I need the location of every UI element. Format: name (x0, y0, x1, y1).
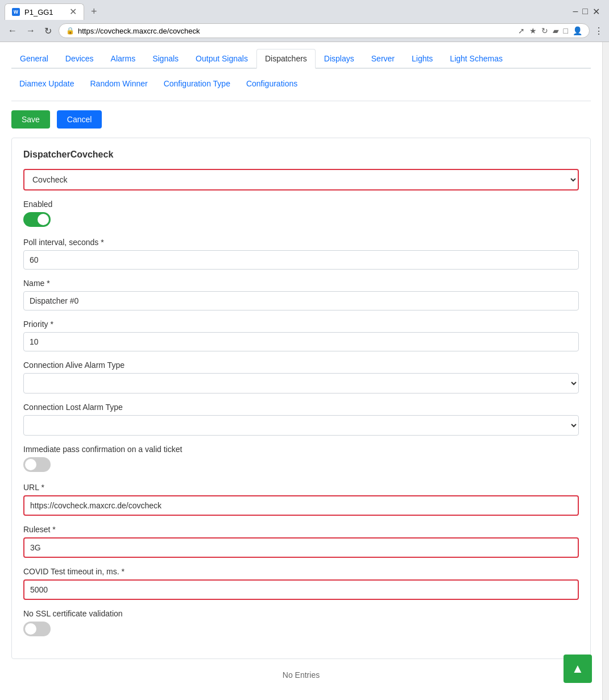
priority-group: Priority * (23, 320, 579, 351)
new-tab-button[interactable]: + (86, 3, 102, 20)
tab-title: P1_GG1 (24, 8, 53, 16)
refresh-icon[interactable]: ↻ (541, 26, 548, 35)
profile-icon[interactable]: 👤 (573, 26, 582, 35)
name-input[interactable] (23, 291, 579, 310)
ruleset-group: Ruleset * (23, 525, 579, 558)
immediate-pass-toggle[interactable] (23, 457, 51, 472)
tab-lights[interactable]: Lights (403, 49, 441, 68)
toggle-slider (23, 212, 51, 227)
no-ssl-group: No SSL certificate validation (23, 609, 579, 638)
immediate-pass-slider (23, 457, 51, 472)
browser-chrome: w P1_GG1 ✕ + – □ ✕ ← → ↻ 🔒 ➚ ★ ↻ ▰ □ 👤 (0, 0, 609, 42)
poll-interval-group: Poll interval, seconds * (23, 238, 579, 270)
menu-icon[interactable]: ⋮ (594, 26, 603, 36)
reload-button[interactable]: ↻ (42, 24, 54, 38)
tab-light-schemas[interactable]: Light Schemas (441, 49, 511, 68)
type-select-group: Covcheck (23, 169, 579, 190)
extensions-icon[interactable]: ▰ (553, 26, 559, 35)
url-input[interactable] (78, 27, 515, 35)
poll-interval-label: Poll interval, seconds * (23, 238, 579, 247)
tab-displays[interactable]: Displays (316, 49, 363, 68)
tab-dispatchers[interactable]: Dispatchers (256, 49, 316, 69)
name-group: Name * (23, 279, 579, 310)
tab-favicon: w (12, 8, 20, 16)
url-label: URL * (23, 483, 579, 492)
ruleset-input[interactable] (23, 537, 579, 558)
covid-timeout-group: COVID Test timeout in, ms. * (23, 567, 579, 600)
tab-close-button[interactable]: ✕ (69, 7, 77, 16)
scrollbar[interactable] (602, 42, 609, 700)
tab-alarms[interactable]: Alarms (102, 49, 144, 68)
window-controls: – □ ✕ (573, 6, 604, 17)
name-label: Name * (23, 279, 579, 288)
share-icon[interactable]: ➚ (518, 26, 525, 35)
connection-lost-label: Connection Lost Alarm Type (23, 403, 579, 412)
url-input[interactable] (23, 495, 579, 516)
enabled-label: Enabled (23, 200, 579, 209)
page-content: General Devices Alarms Signals Output Si… (0, 42, 609, 700)
immediate-pass-group: Immediate pass confirmation on a valid t… (23, 445, 579, 474)
sub-tab-configurations[interactable]: Configurations (238, 76, 305, 92)
connection-alive-label: Connection Alive Alarm Type (23, 361, 579, 370)
sub-tab-configuration-type[interactable]: Configuration Type (156, 76, 238, 92)
sub-tab-diamex-update[interactable]: Diamex Update (11, 76, 82, 92)
type-select[interactable]: Covcheck (23, 169, 579, 190)
sub-nav-tabs: Diamex Update Random Winner Configuratio… (11, 73, 591, 92)
covid-timeout-input[interactable] (23, 579, 579, 600)
toolbar-icons: ⋮ (594, 26, 603, 36)
form-section-title: DispatcherCovcheck (23, 150, 579, 160)
address-bar-row: ← → ↻ 🔒 ➚ ★ ↻ ▰ □ 👤 ⋮ (0, 20, 609, 42)
tab-server[interactable]: Server (363, 49, 403, 68)
bookmark-icon[interactable]: ★ (529, 26, 537, 35)
address-bar-icons: ➚ ★ ↻ ▰ □ 👤 (518, 26, 582, 35)
save-button[interactable]: Save (11, 110, 50, 129)
connection-lost-group: Connection Lost Alarm Type (23, 403, 579, 436)
url-group: URL * (23, 483, 579, 516)
action-buttons: Save Cancel (11, 110, 591, 129)
forward-button[interactable]: → (24, 24, 38, 37)
back-button[interactable]: ← (6, 24, 19, 37)
scroll-top-icon: ▲ (571, 661, 584, 676)
connection-alive-group: Connection Alive Alarm Type (23, 361, 579, 394)
sub-tab-random-winner[interactable]: Random Winner (82, 76, 156, 92)
enabled-group: Enabled (23, 200, 579, 229)
tab-devices[interactable]: Devices (57, 49, 102, 68)
scroll-top-button[interactable]: ▲ (564, 655, 592, 683)
form-section: DispatcherCovcheck Covcheck Enabled Poll… (11, 138, 591, 659)
immediate-pass-label: Immediate pass confirmation on a valid t… (23, 445, 579, 454)
lock-icon: 🔒 (66, 27, 74, 35)
cast-icon[interactable]: □ (564, 26, 568, 35)
maximize-button[interactable]: □ (582, 6, 588, 17)
active-tab[interactable]: w P1_GG1 ✕ (5, 3, 84, 20)
priority-label: Priority * (23, 320, 579, 329)
tab-bar: w P1_GG1 ✕ + – □ ✕ (0, 0, 609, 20)
poll-interval-input[interactable] (23, 250, 579, 270)
main-area: General Devices Alarms Signals Output Si… (0, 42, 602, 700)
enabled-toggle[interactable] (23, 212, 51, 227)
close-button[interactable]: ✕ (593, 6, 600, 17)
covid-timeout-label: COVID Test timeout in, ms. * (23, 567, 579, 576)
minimize-button[interactable]: – (573, 6, 578, 17)
connection-alive-select[interactable] (23, 373, 579, 394)
no-ssl-slider (23, 622, 51, 636)
main-nav-tabs: General Devices Alarms Signals Output Si… (11, 42, 591, 69)
priority-input[interactable] (23, 332, 579, 351)
connection-lost-select[interactable] (23, 415, 579, 436)
no-ssl-toggle[interactable] (23, 622, 51, 636)
tab-general[interactable]: General (11, 49, 57, 68)
no-ssl-label: No SSL certificate validation (23, 609, 579, 618)
ruleset-label: Ruleset * (23, 525, 579, 534)
nav-divider (11, 101, 591, 101)
address-bar[interactable]: 🔒 ➚ ★ ↻ ▰ □ 👤 (59, 23, 590, 38)
cancel-button[interactable]: Cancel (57, 110, 102, 129)
no-entries-text: No Entries (11, 659, 591, 691)
tab-output-signals[interactable]: Output Signals (187, 49, 256, 68)
tab-signals[interactable]: Signals (144, 49, 187, 68)
